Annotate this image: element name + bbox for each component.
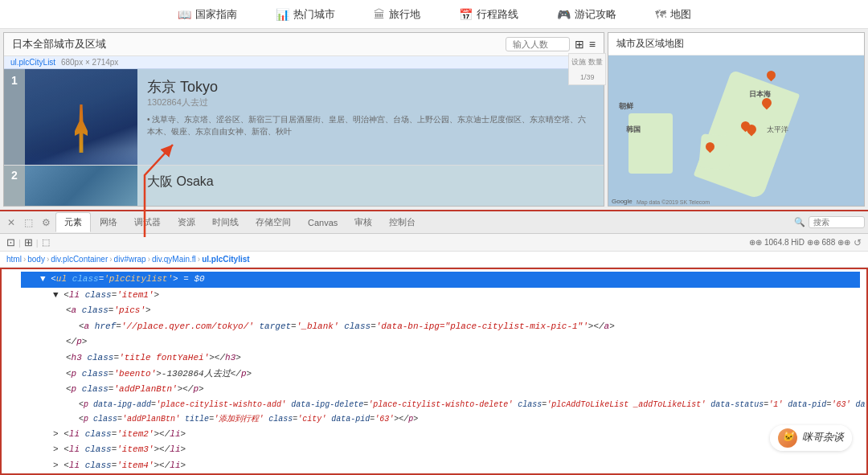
nav-item-itinerary[interactable]: 📅 行程路线 [452,7,525,22]
chart-icon: 📊 [276,8,289,21]
nav-item-destinations[interactable]: 🏛 旅行地 [367,7,427,22]
toolbar-btn-1[interactable]: ⬚ [42,237,50,248]
city-list-indicator: ul.plcCityList 680px × 2714px [4,56,604,69]
html-line-item4: > <li class='item4'></li> [21,458,860,474]
tab-storage[interactable]: 存储空间 [248,213,299,231]
html-line-wishto: <p data-ipg-add='place-citylist-wishto-a… [21,398,860,412]
devtools-tabs: ✕ ⬚ ⚙ 元素 网络 调试器 资源 时间线 存储空间 Canvas 审核 控制… [0,211,868,234]
refresh-icon[interactable]: ↺ [854,237,862,248]
city-item-osaka[interactable]: 2 大阪 Osaka [4,166,604,207]
tab-console[interactable]: 控制台 [381,213,424,231]
gamepad-icon: 🎮 [557,8,571,21]
html-line-close-p: </p> [21,334,860,350]
tab-canvas[interactable]: Canvas [300,215,346,231]
city-item-tokyo[interactable]: 1 东京 Tokyo 1302864人去过 • 浅草寺、东京塔、涩谷区、新宿三丁… [4,69,604,166]
list-view-icon[interactable]: ≡ [589,38,596,51]
city-info-osaka: 大阪 Osaka [137,166,604,207]
nav-label-guide: 国家指南 [195,7,237,22]
html-line-li-item1: ▼ <li class='item1'> [21,288,860,304]
sidebar-count: 设施 数量 1/39 [568,53,606,85]
breadcrumb-plccitylist[interactable]: ul.plcCitylist [202,255,249,264]
inspect-icon[interactable]: ⊡ [6,236,15,248]
city-info-tokyo: 东京 Tokyo 1302864人去过 • 浅草寺、东京塔、涩谷区、新宿三丁目居… [137,69,604,165]
html-line-ul-selected[interactable]: ▼ <ul class='plcCitylist'> = $0 [21,272,860,288]
nav-label-travel-notes: 游记攻略 [575,7,616,22]
tab-elements[interactable]: 元素 [55,212,91,232]
nav-label-hot-cities: 热门城市 [293,7,335,22]
toolbar-sep-1: | [18,238,21,248]
html-line-addplan2: <p class='addPlanBtn' title='添加到行程' clas… [21,412,860,427]
city-name-tokyo: 东京 Tokyo [147,77,594,96]
html-line-pics: <a class='pics'> [21,303,860,319]
main-area: 日本全部城市及区域 ⊞ ≡ ul.plcCityList 680px × 271… [0,29,868,210]
nav-item-map[interactable]: 🗺 地图 [649,7,698,22]
breadcrumb-html[interactable]: html [6,255,22,264]
tab-debugger[interactable]: 调试器 [126,213,169,231]
breadcrumb-body[interactable]: body [27,255,45,264]
nav-item-travel-notes[interactable]: 🎮 游记攻略 [551,7,623,22]
calendar-icon: 📅 [459,8,473,21]
map-icon: 🗺 [655,8,666,21]
watermark-avatar: 🐱 [778,428,797,448]
top-nav: 📖 国家指南 📊 热门城市 🏛 旅行地 📅 行程路线 🎮 游记攻略 🗺 地图 [0,0,868,29]
city-image-osaka [25,166,137,207]
html-line-href-tokyo: <a href='//place.qyer.com/tokyo/' target… [21,319,860,335]
devtools-tab-undock[interactable]: ⬚ [20,215,37,230]
nav-label-destinations: 旅行地 [389,7,420,22]
page-title: 日本全部城市及区域 [12,37,106,51]
html-line-item3: > <li class='item3'></li> [21,442,860,458]
book-icon: 📖 [178,8,191,21]
map-container: 朝鲜 韩国 日本海 太平洋 Google Map data ©2019 SK T… [608,55,864,207]
watermark-text: 咪哥杂谈 [802,430,844,447]
search-icon[interactable]: 🔍 [794,217,805,227]
nav-item-hot-cities[interactable]: 📊 热门城市 [269,7,342,22]
watermark: 🐱 咪哥杂谈 [770,425,852,451]
html-panel: ▼ <ul class='plcCitylist'> = $0 ▼ <li cl… [0,268,868,475]
size-indicator: ⊕⊕ 1064.8 HiD ⊕⊕ 688 ⊕⊕ [749,238,850,247]
web-panel: 日本全部城市及区域 ⊞ ≡ ul.plcCityList 680px × 271… [3,32,604,207]
city-rank-2: 2 [4,166,25,207]
map-title: 城市及区域地图 [608,33,864,55]
city-image-tokyo [25,69,137,165]
city-rank-1: 1 [4,69,25,165]
map-panel: 城市及区域地图 朝鲜 韩国 日本海 太平洋 Google Ma [608,32,865,207]
page-title-bar: 日本全部城市及区域 ⊞ ≡ [4,33,604,56]
breadcrumb-wrap[interactable]: div#wrap [114,255,146,264]
html-line-item2: > <li class='item2'></li> [21,427,860,443]
devtools-body: ▼ <ul class='plcCitylist'> = $0 ▼ <li cl… [0,268,868,475]
html-line-beento: <p class='beento'>-1302864人去过</p> [21,366,860,383]
tab-timeline[interactable]: 时间线 [204,213,247,231]
nav-label-itinerary: 行程路线 [477,7,518,22]
tab-resources[interactable]: 资源 [170,213,203,231]
breadcrumb-plccontainer[interactable]: div.plcContainer [51,255,108,264]
html-line-comment-1: ▼ <ul class='plcCitylist'> = $0 ▼ <li cl… [2,271,866,475]
html-line-h3: <h3 class='title fontYaHei'></h3> [21,350,860,366]
city-tags-tokyo: • 浅草寺、东京塔、涩谷区、新宿三丁目居酒屋街、皇居、明治神宫、台场、上野公园、… [147,113,594,137]
device-icon[interactable]: ⊞ [24,236,33,248]
devtools-toolbar: ⊡ | ⊞ | ⬚ ⊕⊕ 1064.8 HiD ⊕⊕ 688 ⊕⊕ ↺ [0,234,868,252]
city-visits-tokyo: 1302864人去过 [147,96,594,109]
devtools-breadcrumb: html › body › div.plcContainer › div#wra… [0,252,868,268]
toolbar-sep-2: | [36,238,39,248]
devtools-tab-close[interactable]: ✕ [3,215,19,230]
html-line-addplanbtn: <p class='addPlanBtn'></p> [21,382,860,398]
building-icon: 🏛 [374,8,385,21]
nav-label-map: 地图 [670,7,691,22]
grid-view-icon[interactable]: ⊞ [575,38,584,51]
breadcrumb-qymain[interactable]: div.qyMain.fl [152,255,196,264]
map-pin-hokkaido [765,69,778,82]
tab-network[interactable]: 网络 [92,213,125,231]
nav-item-guide[interactable]: 📖 国家指南 [171,7,244,22]
tab-audit[interactable]: 审核 [346,213,380,231]
search-input[interactable] [506,37,570,51]
devtools-tab-settings[interactable]: ⚙ [38,215,55,230]
devtools-panel: ✕ ⬚ ⚙ 元素 网络 调试器 资源 时间线 存储空间 Canvas 审核 控制… [0,210,868,475]
devtools-search-input[interactable] [809,216,865,228]
